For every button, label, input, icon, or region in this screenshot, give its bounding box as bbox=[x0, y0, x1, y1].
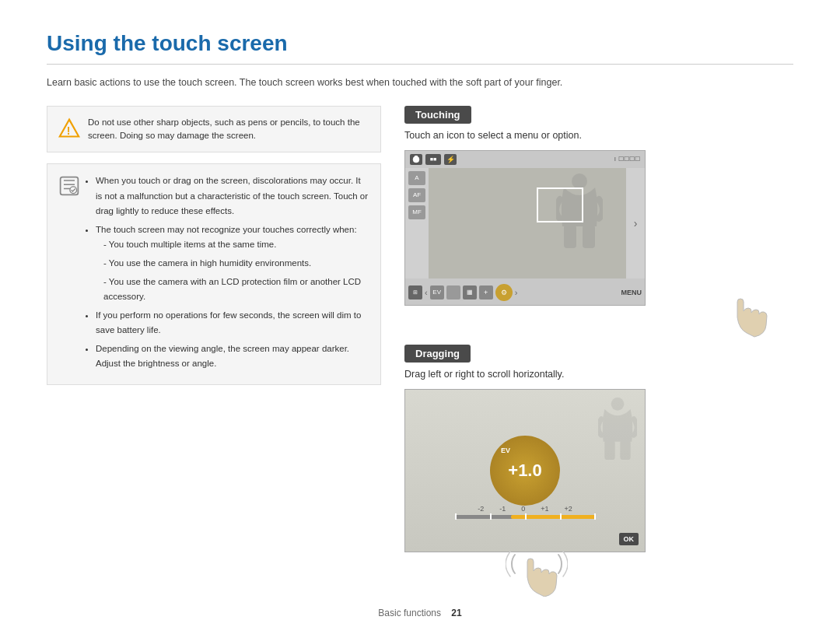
chevron-right-icon: › bbox=[634, 217, 638, 229]
warning-text: Do not use other sharp objects, such as … bbox=[88, 116, 369, 143]
dragging-camera-screen: EV +1.0 -2 -1 0 +1 +2 bbox=[404, 389, 646, 552]
main-layout: ! Do not use other sharp objects, such a… bbox=[47, 106, 793, 552]
ev-tick-1 bbox=[490, 513, 492, 520]
ev-tick-0 bbox=[455, 513, 457, 520]
bottom-icon-1: ⊞ bbox=[408, 285, 422, 299]
drag-body: EV +1.0 -2 -1 0 +1 +2 bbox=[405, 390, 645, 552]
cam-side-icon-3: MF bbox=[408, 205, 425, 219]
touching-section: Touching Touch an icon to select a menu … bbox=[404, 106, 793, 306]
info-box: When you touch or drag on the screen, di… bbox=[47, 163, 381, 385]
footer: Basic functions 21 bbox=[0, 608, 840, 618]
right-column: Touching Touch an icon to select a menu … bbox=[404, 106, 793, 552]
page-title: Using the touch screen bbox=[47, 31, 793, 56]
touching-label: Touching bbox=[404, 106, 471, 124]
touching-camera-screen: ■■ ⚡ I ☐☐☐☐ A AF MF bbox=[404, 150, 646, 306]
ev-bar bbox=[455, 515, 595, 519]
ev-tick-2 bbox=[525, 513, 527, 520]
bottom-icon-4: ▦ bbox=[463, 285, 477, 299]
cam-side-icon-1: A bbox=[408, 171, 425, 185]
svg-text:!: ! bbox=[67, 124, 71, 137]
cam-icon-3: ⚡ bbox=[444, 154, 457, 165]
svg-rect-9 bbox=[583, 225, 595, 248]
info-text: When you touch or drag on the screen, di… bbox=[88, 173, 369, 375]
page-divider bbox=[47, 64, 793, 65]
drag-finger-icon bbox=[506, 542, 568, 599]
left-column: ! Do not use other sharp objects, such a… bbox=[47, 106, 381, 552]
camera-bottom-bar: ⊞ ‹ EV ▦ + ⚙ › menu bbox=[405, 278, 645, 306]
ev-scale: -2 -1 0 +1 +2 bbox=[455, 505, 595, 519]
svg-rect-11 bbox=[604, 440, 614, 460]
ev-value-text: +1.0 bbox=[508, 461, 541, 481]
footer-page: 21 bbox=[451, 608, 461, 618]
camera-right-side: › bbox=[626, 168, 645, 278]
camera-top-bar: ■■ ⚡ I ☐☐☐☐ bbox=[405, 151, 645, 168]
focus-rectangle bbox=[537, 187, 583, 222]
cam-icon-2: ■■ bbox=[425, 154, 441, 165]
bottom-icon-5: + bbox=[479, 285, 493, 299]
svg-rect-8 bbox=[564, 225, 576, 248]
ev-tick-3 bbox=[560, 513, 562, 520]
ev-label-text: EV bbox=[501, 447, 510, 454]
svg-point-10 bbox=[611, 398, 625, 411]
svg-rect-12 bbox=[620, 440, 630, 460]
page-subtitle: Learn basic actions to use the touch scr… bbox=[47, 75, 793, 90]
camera-body: A AF MF bbox=[405, 168, 645, 278]
svg-rect-6 bbox=[415, 156, 418, 158]
footer-text: Basic functions bbox=[378, 608, 441, 618]
camera-left-icons: A AF MF bbox=[405, 168, 429, 278]
touching-desc: Touch an icon to select a menu or option… bbox=[404, 130, 793, 141]
bottom-icon-2: EV bbox=[430, 285, 444, 299]
ev-numbers: -2 -1 0 +1 +2 bbox=[478, 505, 572, 513]
menu-label: menu bbox=[621, 289, 642, 296]
info-icon bbox=[58, 175, 80, 197]
camera-mode-icon bbox=[410, 154, 422, 165]
ev-circle: EV +1.0 bbox=[490, 436, 560, 506]
page-container: Using the touch screen Learn basic actio… bbox=[0, 0, 840, 576]
bottom-icon-6: ⚙ bbox=[495, 284, 513, 301]
dragging-label: Dragging bbox=[404, 345, 471, 363]
warning-icon: ! bbox=[58, 117, 80, 139]
drag-person-silhouette bbox=[598, 394, 637, 466]
bottom-icon-3 bbox=[446, 285, 460, 299]
cam-top-right: I ☐☐☐☐ bbox=[614, 156, 640, 163]
camera-main-area bbox=[429, 168, 626, 278]
dragging-desc: Drag left or right to scroll horizontall… bbox=[404, 369, 793, 380]
touch-finger-icon bbox=[723, 286, 770, 343]
ev-tick-4 bbox=[594, 513, 596, 520]
dragging-section: Dragging Drag left or right to scroll ho… bbox=[404, 345, 793, 552]
ev-bar-fill bbox=[511, 515, 595, 519]
svg-point-7 bbox=[572, 173, 587, 189]
cam-side-icon-2: AF bbox=[408, 188, 425, 202]
warning-box: ! Do not use other sharp objects, such a… bbox=[47, 106, 381, 153]
ok-button: OK bbox=[619, 533, 639, 545]
